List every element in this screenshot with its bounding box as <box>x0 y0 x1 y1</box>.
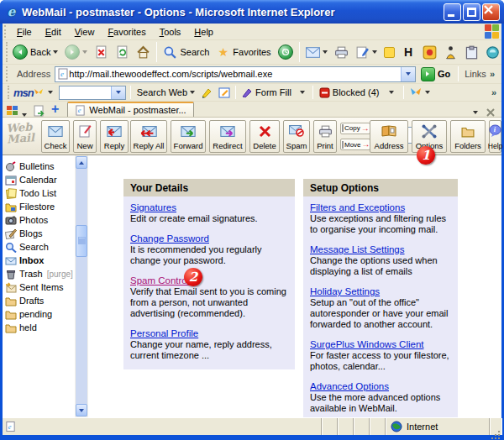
forward-button-wm[interactable]: Forward <box>171 120 206 153</box>
messenger-butterfly-icon[interactable] <box>410 87 422 97</box>
go-button[interactable]: Go <box>416 65 455 83</box>
highlighter-icon[interactable] <box>201 87 213 98</box>
sidebar-item-drafts[interactable]: Drafts <box>3 294 75 307</box>
print-button-wm[interactable]: Print <box>313 120 337 153</box>
sidebar-item-trash[interactable]: Trash [purge] <box>3 267 75 280</box>
delete-button[interactable]: Delete <box>249 120 280 153</box>
notes-button[interactable] <box>381 45 398 60</box>
spam-button[interactable]: Spam <box>283 120 310 153</box>
personal-profile-link[interactable]: Personal Profile <box>130 328 198 338</box>
copy-move-group: Copy → Move → <box>340 120 370 153</box>
sidebar-item-sent-items[interactable]: Sent Items <box>3 280 75 294</box>
messenger-button[interactable] <box>419 44 440 61</box>
filters-exceptions-link[interactable]: Filters and Exceptions <box>310 202 405 212</box>
aim-button[interactable] <box>440 44 461 61</box>
sidebar-item-held[interactable]: held <box>3 321 75 334</box>
address-dropdown-button[interactable] <box>401 67 415 81</box>
trash-purge-link[interactable]: [purge] <box>47 270 73 279</box>
sidebar-scrollbar[interactable] <box>75 155 88 417</box>
edit-button[interactable] <box>352 44 381 61</box>
folders-button[interactable]: Folders <box>450 120 486 153</box>
sidebar-item-pending[interactable]: pending <box>3 307 75 321</box>
research-button[interactable] <box>482 44 503 61</box>
scroll-down-button[interactable] <box>76 404 87 416</box>
search-web-dropdown-icon[interactable] <box>190 91 195 94</box>
sidebar-item-calendar[interactable]: Calendar <box>3 173 75 186</box>
msn-overflow-chevron[interactable]: » <box>491 87 496 97</box>
address-input[interactable] <box>69 68 401 81</box>
resize-grip[interactable] <box>490 418 501 435</box>
butterfly-dropdown-icon[interactable] <box>425 91 430 94</box>
quick-tabs-icon[interactable] <box>6 105 18 117</box>
forward-dropdown-icon[interactable] <box>82 50 87 54</box>
sidebar-item-todo-list[interactable]: Todo List <box>3 186 75 200</box>
new-tab-button[interactable]: + <box>51 102 59 117</box>
h-tool-button[interactable]: H <box>398 44 419 61</box>
open-page-icon[interactable] <box>33 105 45 117</box>
signatures-link[interactable]: Signatures <box>130 202 176 212</box>
sidebar-item-bulletins[interactable]: Bulletins <box>3 160 75 173</box>
sidebar-item-inbox[interactable]: Inbox <box>3 254 75 267</box>
surgeplus-client-link[interactable]: SurgePlus Windows Client <box>310 339 424 349</box>
copy-button[interactable]: Copy → <box>340 123 370 134</box>
edit-form-icon[interactable] <box>218 87 230 98</box>
msn-search-dropdown[interactable] <box>111 86 125 99</box>
menu-file[interactable]: File <box>10 25 39 39</box>
back-button[interactable]: Back <box>9 43 61 61</box>
back-dropdown-icon[interactable] <box>53 50 58 54</box>
blocked-button[interactable]: Blocked (4) <box>316 86 383 99</box>
clipboard-button[interactable] <box>461 44 482 61</box>
sidebar-item-photos[interactable]: Photos <box>3 213 75 227</box>
spam-control-link[interactable]: Spam Control <box>130 275 189 285</box>
check-button[interactable]: Check <box>41 120 70 153</box>
home-button[interactable] <box>133 44 154 61</box>
mail-button[interactable] <box>302 44 331 61</box>
new-button[interactable]: New <box>73 120 97 153</box>
stop-button[interactable] <box>91 44 112 61</box>
form-fill-dropdown-icon[interactable] <box>300 91 305 94</box>
menu-edit[interactable]: Edit <box>39 25 68 39</box>
close-button[interactable] <box>482 3 500 21</box>
holiday-settings-link[interactable]: Holiday Settings <box>310 286 380 296</box>
edit-dropdown-icon[interactable] <box>372 50 377 54</box>
menu-bar: File Edit View Favorites Tools Help <box>3 24 501 40</box>
window-title: WebMail - postmaster - Options - Microso… <box>22 6 444 18</box>
help-button-wm[interactable]: i Help <box>489 120 501 153</box>
sidebar-item-blogs[interactable]: Blogs <box>3 227 75 240</box>
sidebar-item-search[interactable]: Search <box>3 240 75 254</box>
msn-dropdown-icon[interactable] <box>48 91 53 94</box>
msn-search-input[interactable] <box>60 86 111 99</box>
tab-close-icon[interactable] <box>486 108 495 117</box>
reply-button[interactable]: Reply <box>100 120 129 153</box>
reply-all-button[interactable]: Reply All <box>130 120 167 153</box>
menu-favorites[interactable]: Favorites <box>101 25 152 39</box>
change-password-link[interactable]: Change Password <box>130 233 209 244</box>
refresh-button[interactable] <box>112 44 133 61</box>
history-button[interactable] <box>275 43 297 61</box>
scroll-up-button[interactable] <box>76 156 87 169</box>
search-button[interactable]: Search <box>160 44 213 61</box>
mail-dropdown-icon[interactable] <box>323 50 328 54</box>
menu-tools[interactable]: Tools <box>153 25 188 39</box>
maximize-button[interactable] <box>463 3 480 21</box>
links-button[interactable]: Links » <box>461 69 500 79</box>
forward-button[interactable] <box>61 43 91 61</box>
menu-view[interactable]: View <box>68 25 102 39</box>
move-button[interactable]: Move → <box>340 139 370 150</box>
print-button[interactable] <box>331 44 352 61</box>
blocked-dropdown-icon[interactable] <box>389 91 394 94</box>
tab-overflow-dropdown-icon[interactable] <box>473 111 478 114</box>
tab-list-dropdown-icon[interactable] <box>22 113 27 117</box>
message-list-settings-link[interactable]: Message List Settings <box>310 244 405 254</box>
search-web-button[interactable]: Search Web <box>134 86 198 98</box>
address-book-button[interactable]: Address <box>370 120 408 153</box>
sidebar-item-filestore[interactable]: Filestore <box>3 200 75 213</box>
tab-webmail[interactable]: e WebMail - postmaster... <box>67 102 193 117</box>
favorites-button[interactable]: ★ Favorites <box>213 44 274 61</box>
minimize-button[interactable] <box>444 3 461 21</box>
menu-help[interactable]: Help <box>187 25 220 39</box>
advanced-options-link[interactable]: Advanced Options <box>310 381 389 391</box>
redirect-button[interactable]: Redirect <box>209 120 246 153</box>
form-fill-button[interactable]: Form Fill <box>239 86 295 98</box>
scroll-thumb[interactable] <box>76 225 87 257</box>
